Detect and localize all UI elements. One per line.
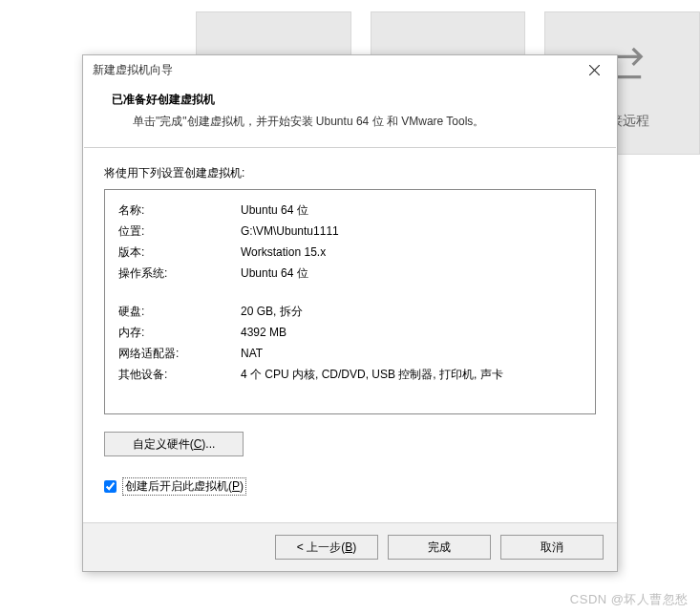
cancel-button[interactable]: 取消 [500,535,604,560]
row-ver-k: 版本: [118,242,241,263]
settings-box: 名称:Ubuntu 64 位 位置:G:\VM\Ubuntu1111 版本:Wo… [104,189,596,414]
row-net-v: NAT [241,343,582,364]
row-mem-v: 4392 MB [241,322,582,343]
body-area: 将使用下列设置创建虚拟机: 名称:Ubuntu 64 位 位置:G:\VM\Ub… [83,148,617,522]
titlebar: 新建虚拟机向导 [83,55,617,84]
header-title: 已准备好创建虚拟机 [112,92,588,108]
row-loc-v: G:\VM\Ubuntu1111 [241,221,582,242]
dialog-title: 新建虚拟机向导 [93,62,173,78]
row-os-k: 操作系统: [118,263,241,284]
watermark: CSDN @坏人曹忽愁 [570,591,689,608]
power-on-label[interactable]: 创建后开启此虚拟机(P) [122,477,246,496]
row-disk-k: 硬盘: [118,301,241,322]
wizard-dialog: 新建虚拟机向导 已准备好创建虚拟机 单击"完成"创建虚拟机，并开始安装 Ubun… [82,54,618,572]
row-name-k: 名称: [118,200,241,221]
power-on-checkbox[interactable] [104,480,117,493]
row-os-v: Ubuntu 64 位 [241,263,582,284]
row-name-v: Ubuntu 64 位 [241,200,582,221]
footer: < 上一步(B) 完成 取消 [83,522,617,571]
row-other-v: 4 个 CPU 内核, CD/DVD, USB 控制器, 打印机, 声卡 [241,364,582,385]
header-area: 已准备好创建虚拟机 单击"完成"创建虚拟机，并开始安装 Ubuntu 64 位 … [83,84,617,147]
finish-button[interactable]: 完成 [388,535,491,560]
row-loc-k: 位置: [118,221,241,242]
row-disk-v: 20 GB, 拆分 [241,301,582,322]
customize-hardware-button[interactable]: 自定义硬件(C)... [104,432,244,456]
close-icon [589,65,600,75]
settings-label: 将使用下列设置创建虚拟机: [104,165,596,181]
close-button[interactable] [577,57,611,82]
row-mem-k: 内存: [118,322,241,343]
row-net-k: 网络适配器: [118,343,241,364]
row-other-k: 其他设备: [118,364,241,385]
header-subtitle: 单击"完成"创建虚拟机，并开始安装 Ubuntu 64 位 和 VMware T… [133,114,588,130]
back-button[interactable]: < 上一步(B) [275,535,378,560]
row-ver-v: Workstation 15.x [241,242,582,263]
